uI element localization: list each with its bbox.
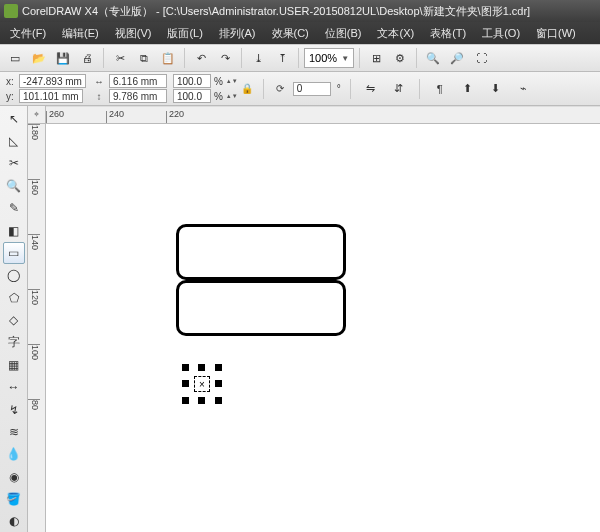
menu-layout[interactable]: 版面(L): [161, 24, 208, 43]
selection-handle-icon[interactable]: [198, 364, 205, 371]
rectangle-tool-icon[interactable]: ▭: [3, 242, 25, 263]
cut-icon[interactable]: ✂: [109, 47, 131, 69]
eyedropper-tool-icon[interactable]: 💧: [3, 444, 25, 465]
wrap-text-icon[interactable]: ¶: [429, 78, 451, 100]
ruler-tick: 240: [109, 109, 124, 119]
selection-handle-icon[interactable]: [215, 380, 222, 387]
export-icon[interactable]: ⤒: [271, 47, 293, 69]
ruler-tick: 220: [169, 109, 184, 119]
print-icon[interactable]: 🖨: [76, 47, 98, 69]
app-name: CorelDRAW X4（专业版）: [22, 5, 153, 17]
ellipse-tool-icon[interactable]: ◯: [3, 265, 25, 286]
new-icon[interactable]: ▭: [4, 47, 26, 69]
menu-view[interactable]: 视图(V): [109, 24, 158, 43]
open-icon[interactable]: 📂: [28, 47, 50, 69]
selection-handle-icon[interactable]: [182, 397, 189, 404]
standard-toolbar: ▭ 📂 💾 🖨 ✂ ⧉ 📋 ↶ ↷ ⤓ ⤒ 100% ▼ ⊞ ⚙ 🔍 🔎 ⛶: [0, 44, 600, 72]
to-front-icon[interactable]: ⬆: [457, 78, 479, 100]
rounded-rectangle-shape[interactable]: [176, 224, 346, 280]
interactive-fill-tool-icon[interactable]: ◐: [3, 511, 25, 532]
window-title: CorelDRAW X4（专业版） - [C:\Users\Administra…: [22, 4, 596, 19]
rounded-rectangle-shape[interactable]: [176, 280, 346, 336]
convert-curves-icon[interactable]: ⌁: [513, 78, 535, 100]
menu-bitmap[interactable]: 位图(B): [319, 24, 368, 43]
toolbox: ↖ ◺ ✂ 🔍 ✎ ◧ ▭ ◯ ⬠ ◇ 字 ▦ ↔ ↯ ≋ 💧 ◉ 🪣 ◐: [0, 106, 28, 532]
zoom-value: 100%: [309, 52, 337, 64]
selection-handle-icon[interactable]: [215, 397, 222, 404]
canvas[interactable]: ×: [46, 124, 600, 532]
selection-handle-icon[interactable]: [215, 364, 222, 371]
menu-effects[interactable]: 效果(C): [266, 24, 315, 43]
import-icon[interactable]: ⤓: [247, 47, 269, 69]
zoom-tool-icon[interactable]: 🔍: [3, 175, 25, 196]
to-back-icon[interactable]: ⬇: [485, 78, 507, 100]
ruler-origin[interactable]: ⌖: [28, 106, 46, 124]
rotation-field[interactable]: 0: [293, 82, 331, 96]
separator: [184, 48, 185, 68]
lock-ratio-icon[interactable]: 🔒: [240, 82, 254, 96]
dimension-tool-icon[interactable]: ↔: [3, 377, 25, 398]
fullscreen-icon[interactable]: ⛶: [470, 47, 492, 69]
crop-tool-icon[interactable]: ✂: [3, 153, 25, 174]
scale-x-field[interactable]: 100.0: [173, 74, 211, 88]
workspace: ↖ ◺ ✂ 🔍 ✎ ◧ ▭ ◯ ⬠ ◇ 字 ▦ ↔ ↯ ≋ 💧 ◉ 🪣 ◐ ⌖ …: [0, 106, 600, 532]
options-icon[interactable]: ⚙: [389, 47, 411, 69]
width-icon: ↔: [92, 74, 106, 88]
basic-shapes-tool-icon[interactable]: ◇: [3, 309, 25, 330]
menu-table[interactable]: 表格(T): [424, 24, 472, 43]
smart-fill-tool-icon[interactable]: ◧: [3, 220, 25, 241]
y-value-field[interactable]: 101.101 mm: [19, 89, 83, 103]
selected-object[interactable]: ×: [182, 364, 222, 404]
zoom-level-combo[interactable]: 100% ▼: [304, 48, 354, 68]
spinner-icon[interactable]: ▲▼: [226, 93, 234, 99]
copy-icon[interactable]: ⧉: [133, 47, 155, 69]
ruler-tick: 160: [28, 179, 40, 234]
outline-tool-icon[interactable]: ◉: [3, 466, 25, 487]
ruler-tick: 180: [28, 124, 40, 179]
menu-text[interactable]: 文本(X): [371, 24, 420, 43]
menu-arrange[interactable]: 排列(A): [213, 24, 262, 43]
separator: [298, 48, 299, 68]
scale-y-field[interactable]: 100.0: [173, 89, 211, 103]
selection-handle-icon[interactable]: [198, 397, 205, 404]
undo-icon[interactable]: ↶: [190, 47, 212, 69]
selection-handle-icon[interactable]: [182, 364, 189, 371]
redo-icon[interactable]: ↷: [214, 47, 236, 69]
canvas-area[interactable]: ×: [46, 124, 600, 532]
selection-handle-icon[interactable]: [182, 380, 189, 387]
spinner-icon[interactable]: ▲▼: [226, 78, 234, 84]
mirror-v-icon[interactable]: ⇵: [388, 78, 410, 100]
height-icon: ↕: [92, 89, 106, 103]
menu-tools[interactable]: 工具(O): [476, 24, 526, 43]
shape-tool-icon[interactable]: ◺: [3, 130, 25, 151]
fill-tool-icon[interactable]: 🪣: [3, 488, 25, 509]
menu-bar: 文件(F) 编辑(E) 视图(V) 版面(L) 排列(A) 效果(C) 位图(B…: [0, 22, 600, 44]
separator: [419, 79, 420, 99]
height-field[interactable]: 9.786 mm: [109, 89, 167, 103]
app-icon: [4, 4, 18, 18]
connector-tool-icon[interactable]: ↯: [3, 399, 25, 420]
interactive-blend-tool-icon[interactable]: ≋: [3, 421, 25, 442]
zoom-in-icon[interactable]: 🔍: [422, 47, 444, 69]
x-value-field[interactable]: -247.893 mm: [19, 74, 86, 88]
width-field[interactable]: 6.116 mm: [109, 74, 167, 88]
menu-file[interactable]: 文件(F): [4, 24, 52, 43]
degree-label: °: [337, 83, 341, 94]
selected-shape-center-icon[interactable]: ×: [194, 376, 210, 392]
doc-path: [C:\Users\Administrator.USER-20150812UL\…: [163, 5, 530, 17]
snap-icon[interactable]: ⊞: [365, 47, 387, 69]
freehand-tool-icon[interactable]: ✎: [3, 198, 25, 219]
table-tool-icon[interactable]: ▦: [3, 354, 25, 375]
paste-icon[interactable]: 📋: [157, 47, 179, 69]
pick-tool-icon[interactable]: ↖: [3, 108, 25, 129]
menu-edit[interactable]: 编辑(E): [56, 24, 105, 43]
horizontal-ruler[interactable]: 260 240 220: [46, 106, 600, 124]
zoom-out-icon[interactable]: 🔎: [446, 47, 468, 69]
polygon-tool-icon[interactable]: ⬠: [3, 287, 25, 308]
text-tool-icon[interactable]: 字: [3, 332, 25, 353]
menu-window[interactable]: 窗口(W): [530, 24, 582, 43]
vertical-ruler[interactable]: 180 160 140 120 100 80: [28, 124, 46, 532]
ruler-tick: 80: [28, 399, 40, 454]
mirror-h-icon[interactable]: ⇋: [360, 78, 382, 100]
save-icon[interactable]: 💾: [52, 47, 74, 69]
